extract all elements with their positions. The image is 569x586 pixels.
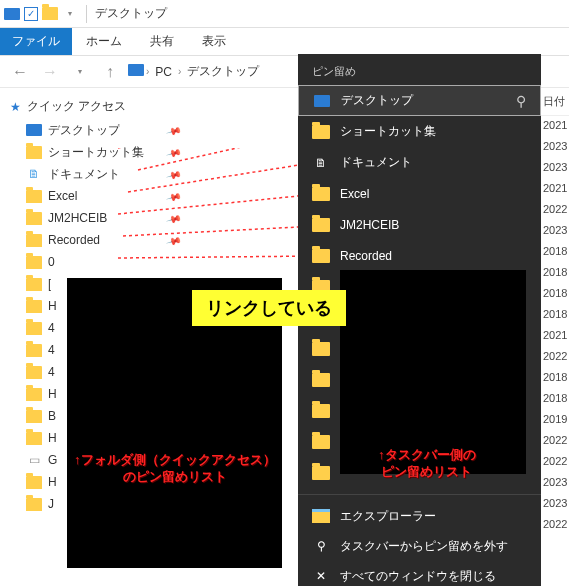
date-cell: 2023	[539, 221, 569, 242]
close-icon: ✕	[312, 567, 330, 585]
sidebar-item-excel[interactable]: Excel 📌	[0, 185, 188, 207]
date-column: 日付 2021 2023 2023 2021 2022 2023 2018 20…	[539, 88, 569, 586]
sidebar-item-documents[interactable]: 🗎 ドキュメント 📌	[0, 163, 188, 185]
jumplist-item-jm2hceib[interactable]: JM2HCEIB	[298, 209, 541, 240]
folder-icon	[312, 185, 330, 203]
folder-icon	[26, 364, 42, 380]
tab-home[interactable]: ホーム	[72, 28, 136, 55]
date-cell: 2023	[539, 137, 569, 158]
document-icon: 🗎	[312, 154, 330, 172]
folder-icon	[312, 340, 330, 358]
sidebar-item-recorded[interactable]: Recorded 📌	[0, 229, 188, 251]
date-cell: 2022	[539, 452, 569, 473]
pin-icon: 📌	[166, 210, 182, 226]
folder-icon	[42, 6, 58, 22]
jumplist-item-shortcuts[interactable]: ショートカット集	[298, 116, 541, 147]
quick-access-label: クイック アクセス	[27, 98, 126, 115]
chevron-right-icon: ›	[146, 66, 149, 77]
date-cell: 2023	[539, 473, 569, 494]
quick-access-header[interactable]: ★ クイック アクセス	[0, 94, 188, 119]
tab-share[interactable]: 共有	[136, 28, 188, 55]
jumplist-item-documents[interactable]: 🗎 ドキュメント	[298, 147, 541, 178]
pin-icon: 📌	[166, 144, 182, 160]
pc-icon	[128, 64, 144, 79]
folder-icon	[26, 386, 42, 402]
folder-icon	[26, 342, 42, 358]
folder-icon	[312, 402, 330, 420]
dropdown-icon[interactable]: ▾	[62, 6, 78, 22]
date-cell: 2018	[539, 305, 569, 326]
date-cell: 2023	[539, 158, 569, 179]
folder-icon	[26, 232, 42, 248]
unpin-icon: ⚲	[312, 537, 330, 555]
folder-icon	[312, 216, 330, 234]
date-cell: 2021	[539, 179, 569, 200]
redaction-right	[340, 270, 526, 474]
folder-icon	[312, 371, 330, 389]
folder-icon	[312, 123, 330, 141]
jumplist-action-unpin[interactable]: ⚲ タスクバーからピン留めを外す	[298, 531, 541, 561]
date-column-header[interactable]: 日付	[539, 88, 569, 116]
jumplist-item-excel[interactable]: Excel	[298, 178, 541, 209]
file-tab[interactable]: ファイル	[0, 28, 72, 55]
jumplist-action-explorer[interactable]: エクスプローラー	[298, 501, 541, 531]
titlebar: ✓ ▾ デスクトップ	[0, 0, 569, 28]
crumb-pc[interactable]: PC	[151, 63, 176, 81]
forward-button[interactable]: →	[38, 60, 62, 84]
ribbon: ファイル ホーム 共有 表示	[0, 28, 569, 56]
breadcrumb[interactable]: › PC › デスクトップ	[128, 61, 263, 82]
document-icon: 🗎	[26, 166, 42, 182]
folder-icon	[26, 408, 42, 424]
date-cell: 2022	[539, 431, 569, 452]
date-cell: 2018	[539, 263, 569, 284]
folder-icon	[26, 298, 42, 314]
pc-icon	[313, 92, 331, 110]
date-cell: 2018	[539, 242, 569, 263]
sidebar-item[interactable]: 0	[0, 251, 188, 273]
sidebar-item-shortcuts[interactable]: ショートカット集 📌	[0, 141, 188, 163]
folder-icon	[26, 474, 42, 490]
app-icon	[4, 6, 20, 22]
date-cell: 2021	[539, 116, 569, 137]
folder-icon	[26, 188, 42, 204]
folder-icon	[312, 247, 330, 265]
annotation-link-label: リンクしている	[192, 290, 346, 326]
folder-icon	[26, 144, 42, 160]
back-button[interactable]: ←	[8, 60, 32, 84]
chevron-right-icon: ›	[178, 66, 181, 77]
annotation-taskbar-side: ↑タスクバー側のピン留めリスト	[378, 447, 476, 481]
date-cell: 2022	[539, 200, 569, 221]
date-cell: 2022	[539, 347, 569, 368]
date-cell: 2018	[539, 368, 569, 389]
jumplist-item-desktop[interactable]: デスクトップ ⚲	[298, 85, 541, 116]
jumplist-pinned-header: ピン留め	[298, 54, 541, 85]
crumb-desktop[interactable]: デスクトップ	[183, 61, 263, 82]
pc-icon	[26, 122, 42, 138]
folder-icon	[26, 210, 42, 226]
sidebar-item-jm2hceib[interactable]: JM2HCEIB 📌	[0, 207, 188, 229]
explorer-icon	[312, 507, 330, 525]
sidebar-item-desktop[interactable]: デスクトップ 📌	[0, 119, 188, 141]
date-cell: 2018	[539, 284, 569, 305]
date-cell: 2021	[539, 326, 569, 347]
recent-dropdown[interactable]: ▾	[68, 60, 92, 84]
date-cell: 2019	[539, 410, 569, 431]
tab-view[interactable]: 表示	[188, 28, 240, 55]
folder-icon	[26, 276, 42, 292]
folder-icon	[26, 496, 42, 512]
annotation-folder-side: ↑フォルダ側（クイックアクセス）のピン留めリスト	[74, 452, 276, 486]
up-button[interactable]: ↑	[98, 60, 122, 84]
date-cell: 2023	[539, 494, 569, 515]
window-title: デスクトップ	[95, 5, 167, 22]
folder-icon	[26, 320, 42, 336]
pin-icon: 📌	[166, 122, 182, 138]
star-icon: ★	[10, 100, 21, 114]
unpin-icon[interactable]: ⚲	[516, 93, 526, 109]
folder-icon	[312, 464, 330, 482]
jumplist-action-close-all[interactable]: ✕ すべてのウィンドウを閉じる	[298, 561, 541, 586]
checkbox-icon[interactable]: ✓	[24, 7, 38, 21]
folder-icon	[26, 254, 42, 270]
pin-icon: 📌	[166, 188, 182, 204]
drive-icon: ▭	[26, 452, 42, 468]
jumplist-item-recorded[interactable]: Recorded	[298, 240, 541, 271]
